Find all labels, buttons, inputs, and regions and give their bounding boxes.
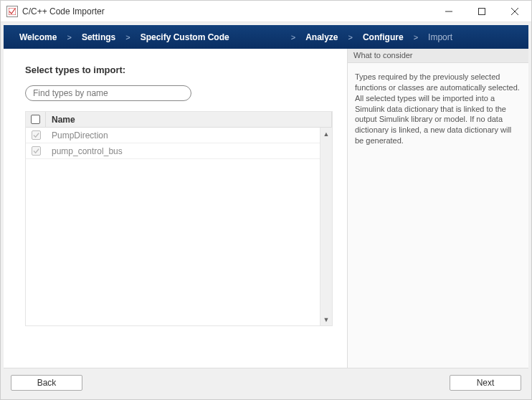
table-row[interactable]: pump_control_bus [26,143,332,159]
step-specify-custom-code[interactable]: Specify Custom Code [138,32,232,42]
window-title: C/C++ Code Importer [22,6,105,16]
back-button[interactable]: Back [11,375,82,391]
side-pane: What to consider Types required by the p… [347,49,528,368]
table-body: PumpDirection pump_control_bus [26,128,332,325]
row-name: PumpDirection [46,130,332,141]
types-table: Name PumpDirection [25,111,333,326]
search-input[interactable] [25,85,191,101]
column-header-name[interactable]: Name [46,112,332,127]
row-name: pump_control_bus [46,146,332,156]
checkbox-disabled-checked-icon [32,146,41,156]
header-checkbox-cell[interactable] [26,112,46,127]
body-area: Select types to import: Name [4,49,528,368]
side-paragraph: Types required by the previously selecte… [355,72,521,93]
chevron-right-icon: > [60,33,78,42]
step-welcome[interactable]: Welcome [16,32,60,42]
row-checkbox-cell [26,146,46,156]
select-all-checkbox[interactable] [31,115,40,124]
side-body: Types required by the previously selecte… [348,63,528,155]
app-window: C/C++ Code Importer Welcome > Settings >… [0,0,532,400]
side-header: What to consider [348,49,528,63]
chevron-right-icon: > [341,33,360,42]
chevron-right-icon: > [407,33,425,42]
row-checkbox-cell [26,130,46,140]
scroll-down-icon[interactable]: ▼ [323,313,330,325]
chevron-right-icon: > [118,33,137,42]
table-row[interactable]: PumpDirection [26,128,332,143]
step-analyze[interactable]: Analyze [303,32,341,42]
svg-rect-2 [479,8,485,14]
main-pane: Select types to import: Name [4,49,347,368]
vertical-scrollbar[interactable]: ▲ ▼ [320,128,332,325]
footer: Back Next [4,368,528,396]
chevron-right-icon: > [284,33,303,42]
scroll-up-icon[interactable]: ▲ [323,128,330,140]
step-configure[interactable]: Configure [360,32,407,42]
checkbox-disabled-checked-icon [32,130,41,140]
app-icon [6,6,18,17]
next-button[interactable]: Next [450,375,521,391]
page-heading: Select types to import: [25,65,333,75]
step-settings[interactable]: Settings [79,32,118,42]
titlebar: C/C++ Code Importer [1,1,531,22]
table-header: Name [26,112,332,128]
breadcrumb: Welcome > Settings > Specify Custom Code… [4,25,528,49]
step-import: Import [425,32,455,42]
maximize-button[interactable] [465,1,498,22]
side-paragraph: All selected types will be imported into… [355,93,521,146]
close-button[interactable] [498,1,531,22]
minimize-button[interactable] [432,1,465,22]
